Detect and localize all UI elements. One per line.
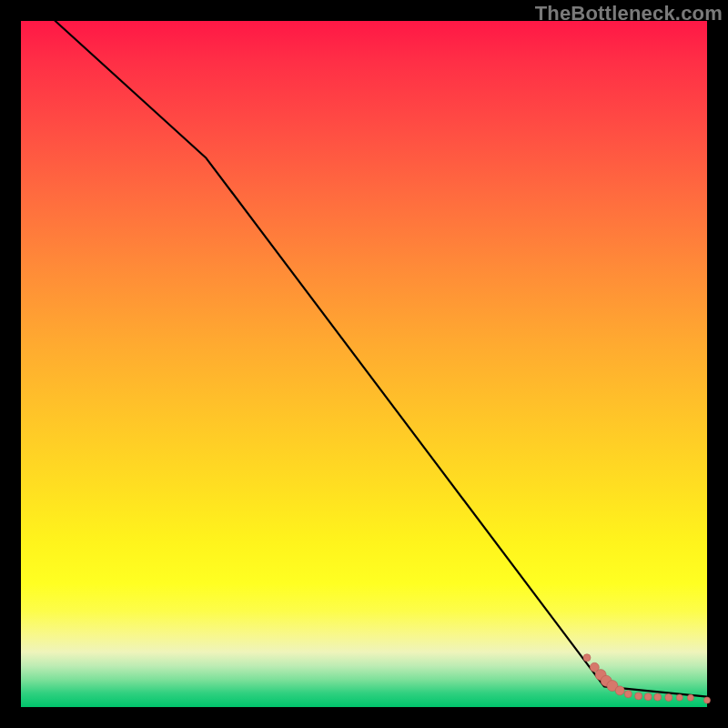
watermark-label: TheBottleneck.com: [535, 2, 723, 25]
plot-area: [21, 21, 707, 707]
chart-stage: TheBottleneck.com: [0, 0, 728, 728]
